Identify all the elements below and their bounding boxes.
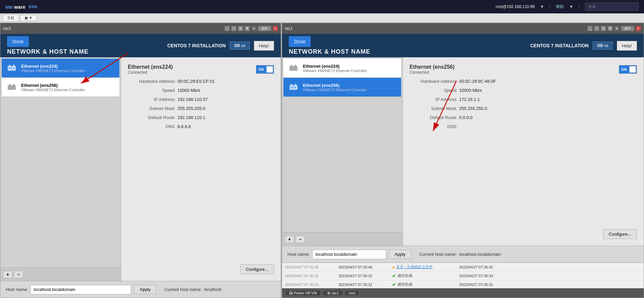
right-done-btn[interactable]: Done bbox=[289, 36, 311, 47]
right-detail-status: Connected bbox=[410, 70, 454, 75]
right-eth-sub-0: VMware VMXNET3 Ethernet Controller bbox=[303, 69, 397, 73]
right-add-btn[interactable]: + bbox=[285, 236, 294, 243]
keyboard-icon: ⌨ bbox=[234, 43, 240, 48]
left-win-restore[interactable]: ⧉ bbox=[238, 26, 243, 31]
right-win-flag[interactable]: ⚑ bbox=[607, 26, 613, 31]
svg-rect-15 bbox=[291, 65, 292, 67]
right-help-btn[interactable]: Help! bbox=[617, 41, 637, 51]
log-row-0: 2023/04/27 07:35:40 2023/04/27 07:35:40 … bbox=[282, 263, 644, 272]
left-add-btn[interactable]: + bbox=[3, 271, 12, 278]
log-status-text-0: 天天 - 元成就定义文件 bbox=[396, 264, 433, 270]
svg-rect-9 bbox=[9, 86, 10, 88]
left-win-max[interactable]: □ bbox=[231, 26, 236, 31]
bottom-rac1[interactable]: 🖥 rac1 bbox=[322, 290, 343, 296]
left-speed-value: 10000 Mb/s bbox=[177, 88, 200, 93]
left-done-btn[interactable]: Done bbox=[7, 36, 29, 47]
log-status-text-2: 成功完成 bbox=[397, 282, 412, 287]
left-eth-item-0[interactable]: Ethernet (ens224) VMware VMXNET3 Etherne… bbox=[2, 59, 119, 78]
right-window-title: rac1 bbox=[285, 26, 292, 31]
right-apply-btn[interactable]: Apply bbox=[389, 250, 411, 259]
left-win-flag[interactable]: ⚑ bbox=[245, 26, 250, 31]
vm-text: vm bbox=[5, 4, 13, 10]
left-toggle-track[interactable]: ON bbox=[256, 65, 274, 74]
right-win-gear[interactable]: ⚙ bbox=[614, 26, 620, 31]
left-win-ops[interactable]: 操作 bbox=[258, 26, 271, 31]
right-keyboard-icon: ⌨ bbox=[597, 43, 603, 48]
right-toggle-track[interactable]: ON bbox=[619, 65, 637, 74]
right-window: rac1 _ □ ⧉ ⚑ ⚙ 操作 ✕ Done NETWORK & HOST … bbox=[282, 23, 644, 298]
right-win-min[interactable]: _ bbox=[587, 26, 593, 31]
right-configure-btn[interactable]: Configure... bbox=[603, 229, 637, 239]
right-hostname-input[interactable] bbox=[312, 250, 386, 259]
left-toggle-switch[interactable]: ON bbox=[256, 65, 274, 74]
left-installation-label: CENTOS 7 INSTALLATION bbox=[167, 43, 226, 48]
right-ip-label: IP Address bbox=[410, 97, 457, 102]
bottom-root[interactable]: root bbox=[344, 290, 360, 296]
right-detail-header: Ethernet (ens256) Connected ON bbox=[410, 64, 637, 75]
left-hw-addr-row: Hardware Address 00:0C:29:E5:CF:01 bbox=[128, 79, 274, 84]
right-toggle-label: ON bbox=[621, 67, 627, 71]
right-win-restore[interactable]: ⧉ bbox=[601, 26, 606, 31]
left-remove-btn[interactable]: − bbox=[14, 271, 23, 278]
right-toggle-switch[interactable]: ON bbox=[619, 65, 637, 74]
left-eth-name-1: Ethernet (ens256) bbox=[21, 83, 115, 88]
left-eth-item-1[interactable]: Ethernet (ens256) VMware VMXNET3 Etherne… bbox=[2, 78, 119, 97]
right-remove-btn[interactable]: − bbox=[296, 236, 305, 243]
left-configure-btn[interactable]: Configure... bbox=[240, 264, 274, 274]
svg-rect-24 bbox=[292, 86, 293, 88]
left-help-btn[interactable]: Help! bbox=[254, 41, 274, 51]
left-win-gear[interactable]: ⚙ bbox=[251, 26, 257, 31]
log-time3-2: 2023/04/27 07:35:31 bbox=[457, 283, 644, 287]
left-apply-btn[interactable]: Apply bbox=[134, 285, 156, 294]
right-hw-addr-value: 00:0C:29:9C:46:0F bbox=[459, 79, 496, 84]
svg-rect-2 bbox=[13, 65, 14, 67]
left-window-titlebar: rac2 _ □ ⧉ ⚑ ⚙ 操作 ✕ bbox=[0, 23, 281, 34]
vmware-logo: vmware ESXi bbox=[5, 4, 37, 10]
log-status-icon-1: ✔ bbox=[392, 273, 396, 279]
topbar-help-dropdown[interactable]: ▼ bbox=[569, 4, 573, 9]
left-net-header: Done NETWORK & HOST NAME CENTOS 7 INSTAL… bbox=[0, 34, 281, 57]
svg-rect-17 bbox=[290, 67, 291, 69]
right-eth-icon-0 bbox=[287, 62, 300, 74]
bottom-poweroff[interactable]: ⏻ Power Off VM bbox=[285, 290, 321, 296]
right-win-max[interactable]: □ bbox=[594, 26, 599, 31]
right-keyboard-btn[interactable]: ⌨ us bbox=[593, 42, 613, 50]
right-eth-item-1[interactable]: Ethernet (ens256) VMware VMXNET3 Etherne… bbox=[283, 78, 401, 97]
right-net-list-area: Ethernet (ens224) VMware VMXNET3 Etherne… bbox=[282, 57, 402, 232]
left-keyboard-label: us bbox=[241, 43, 246, 48]
left-net-header-right: CENTOS 7 INSTALLATION ⌨ us Help! bbox=[167, 41, 274, 51]
right-win-ops[interactable]: 操作 bbox=[621, 26, 634, 31]
taskbar-item-host[interactable]: 主机 bbox=[3, 14, 19, 21]
left-eth-sub-0: VMware VMXNET3 Ethernet Controller bbox=[21, 69, 115, 73]
topbar-user-dropdown[interactable]: ▼ bbox=[540, 4, 544, 9]
left-net-list-area: Ethernet (ens224) VMware VMXNET3 Etherne… bbox=[0, 57, 121, 267]
left-detail-header: Ethernet (ens224) Connected ON bbox=[128, 64, 274, 75]
left-route-value: 192.168.110.1 bbox=[177, 115, 205, 120]
bottom-bar: ⏻ Power Off VM 🖥 rac1 root bbox=[282, 288, 644, 298]
topbar-right: root@192.168.110.99 ▼ | 帮助 ▼ | bbox=[496, 3, 639, 11]
right-net-list: Ethernet (ens224) VMware VMXNET3 Etherne… bbox=[282, 57, 403, 246]
right-ethernet-icon-0 bbox=[288, 63, 299, 73]
svg-rect-10 bbox=[11, 86, 12, 88]
svg-rect-22 bbox=[295, 84, 296, 86]
svg-rect-8 bbox=[13, 84, 14, 86]
topbar-search-input[interactable] bbox=[585, 3, 639, 11]
topbar-left: vmware ESXi bbox=[5, 4, 37, 10]
left-keyboard-btn[interactable]: ⌨ us bbox=[230, 42, 250, 50]
right-win-close[interactable]: ✕ bbox=[636, 26, 641, 31]
left-hostname-input[interactable] bbox=[31, 285, 131, 294]
ethernet-icon-1 bbox=[6, 82, 17, 93]
left-win-min[interactable]: _ bbox=[224, 26, 230, 31]
taskbar-item-vm[interactable]: ▣ ▼ bbox=[20, 15, 37, 21]
svg-rect-4 bbox=[11, 67, 12, 69]
log-status-text-1: 成功完成 bbox=[397, 273, 412, 278]
right-eth-name-0: Ethernet (ens224) bbox=[303, 64, 397, 69]
left-window-title: rac2 bbox=[3, 26, 11, 31]
left-ip-row: IP Address 192.168.110.57 bbox=[128, 97, 274, 102]
svg-rect-11 bbox=[13, 86, 14, 88]
right-detail-header-left: Ethernet (ens256) Connected bbox=[410, 64, 454, 75]
topbar-help[interactable]: 帮助 bbox=[556, 4, 564, 10]
right-net-title: NETWORK & HOST NAME bbox=[289, 48, 370, 55]
right-eth-item-0[interactable]: Ethernet (ens224) VMware VMXNET3 Etherne… bbox=[283, 59, 401, 78]
left-win-close[interactable]: ✕ bbox=[273, 26, 278, 31]
